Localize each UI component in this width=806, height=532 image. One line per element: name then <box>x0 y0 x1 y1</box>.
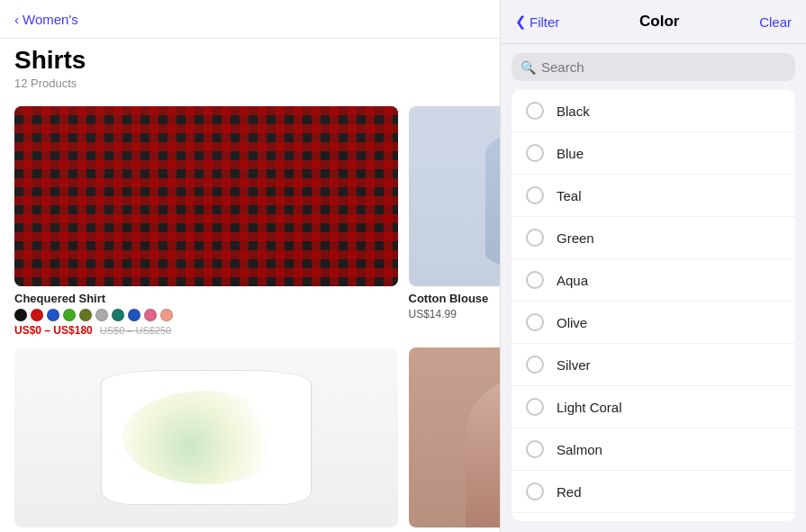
color-label: Green <box>557 230 594 246</box>
product-image <box>14 106 398 286</box>
radio-circle <box>526 186 544 204</box>
color-label: Silver <box>557 357 591 373</box>
product-card[interactable] <box>14 347 398 532</box>
radio-circle <box>526 102 544 120</box>
radio-circle <box>526 229 544 247</box>
color-item[interactable]: Light Coral <box>512 386 795 428</box>
color-swatches <box>14 309 398 321</box>
filter-panel: ❮ Filter Color Clear 🔍 Black Blue Teal G… <box>500 0 806 532</box>
filter-search: 🔍 <box>501 44 806 90</box>
radio-circle <box>526 398 544 416</box>
color-item[interactable]: Teal <box>512 175 795 217</box>
product-image <box>14 347 398 527</box>
swatch[interactable] <box>144 309 157 321</box>
radio-circle <box>526 356 544 374</box>
filter-header: ❮ Filter Color Clear <box>501 0 806 44</box>
swatch[interactable] <box>95 309 108 321</box>
product-name: Chequered Shirt <box>14 292 398 305</box>
swatch[interactable] <box>112 309 124 321</box>
color-item[interactable]: Black <box>512 90 795 132</box>
color-label: Olive <box>557 315 587 330</box>
price-original: US$0 – US$250 <box>100 325 172 336</box>
color-item[interactable]: Salmon <box>512 428 795 471</box>
price-regular: US$14.99 <box>409 308 457 320</box>
color-label: Black <box>557 104 590 119</box>
swatch[interactable] <box>63 309 76 321</box>
swatch[interactable] <box>79 309 92 321</box>
color-label: Red <box>557 484 582 500</box>
search-box: 🔍 <box>512 53 795 81</box>
radio-circle <box>526 271 544 289</box>
color-item[interactable]: Green <box>512 217 795 259</box>
color-item[interactable]: Blue <box>512 132 795 175</box>
color-label: Salmon <box>557 442 602 457</box>
swatch[interactable] <box>47 309 59 321</box>
color-label: Teal <box>557 188 582 203</box>
chevron-left-icon: ❮ <box>515 14 527 30</box>
filter-back-button[interactable]: ❮ Filter <box>515 14 559 30</box>
radio-circle <box>526 144 544 162</box>
swatch[interactable] <box>160 309 173 321</box>
radio-circle <box>526 482 544 500</box>
swatch[interactable] <box>128 309 140 321</box>
filter-clear-button[interactable]: Clear <box>759 14 792 30</box>
radio-circle <box>526 313 544 331</box>
chevron-left-icon: ‹ <box>14 12 19 27</box>
back-label: Women's <box>23 12 78 27</box>
color-item[interactable]: Aqua <box>512 259 795 302</box>
color-item[interactable]: Silver <box>512 344 795 386</box>
filter-back-label: Filter <box>530 14 559 30</box>
product-card[interactable]: Chequered Shirt US$0 – US$180 US$0 – US$… <box>14 106 398 337</box>
filter-title: Color <box>639 13 679 31</box>
radio-circle <box>526 440 544 458</box>
color-label: Blue <box>557 146 584 161</box>
search-input[interactable] <box>541 59 786 75</box>
color-item[interactable]: White <box>512 513 795 521</box>
color-list: Black Blue Teal Green Aqua Olive Silver … <box>512 90 795 521</box>
color-item[interactable]: Red <box>512 471 795 513</box>
color-label: Light Coral <box>557 400 622 415</box>
price-sale: US$0 – US$180 <box>14 324 93 337</box>
back-button[interactable]: ‹ Women's <box>14 12 78 27</box>
search-icon: 🔍 <box>521 60 536 75</box>
color-item[interactable]: Olive <box>512 302 795 344</box>
price-row: US$0 – US$180 US$0 – US$250 <box>14 324 398 337</box>
swatch[interactable] <box>31 309 43 321</box>
swatch[interactable] <box>14 309 27 321</box>
color-label: Aqua <box>557 273 588 288</box>
